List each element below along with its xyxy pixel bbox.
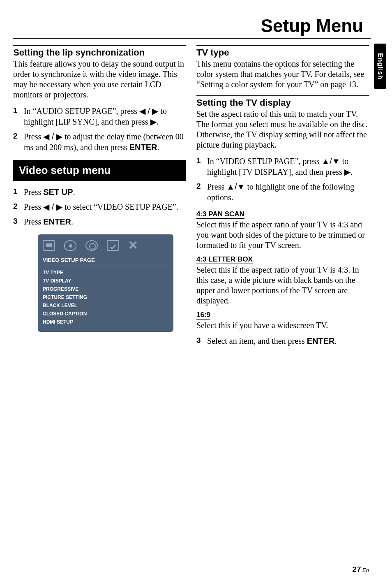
osd-menu-item: HDMI SETUP — [43, 318, 168, 326]
step-number: 2 — [196, 181, 201, 192]
title-rule — [13, 38, 371, 39]
general-tab-icon — [43, 240, 55, 251]
list-item: 1 In “VIDEO SETUP PAGE”, press ▲/▼ to hi… — [196, 156, 369, 177]
step-number: 1 — [196, 156, 201, 166]
key-label: SET UP — [43, 188, 73, 197]
osd-icon-row: ✕ — [43, 238, 168, 252]
arrow-up-down-icon: ▲/▼ — [322, 157, 340, 166]
option-text: Select this if you have a widescreen TV. — [196, 320, 369, 331]
osd-menu-screenshot: ✕ VIDEO SETUP PAGE TV TYPE TV DISPLAY PR… — [38, 234, 173, 332]
osd-menu-item: TV DISPLAY — [43, 277, 168, 285]
osd-menu-item: CLOSED CAPTION — [43, 310, 168, 318]
text: . — [71, 217, 73, 226]
page-number-value: 27 — [352, 565, 361, 574]
preference-tab-icon — [107, 240, 119, 251]
close-icon: ✕ — [128, 238, 138, 252]
osd-menu-item: TV TYPE — [43, 269, 168, 277]
text: . — [157, 117, 159, 126]
text: Press — [24, 132, 43, 141]
osd-menu-item: PROGRESSIVE — [43, 285, 168, 293]
heading-tv-type: TV type — [196, 45, 369, 58]
block-header-video-setup: Video setup menu — [13, 160, 186, 181]
list-item: 2 Press ▲/▼ to highlight one of the foll… — [196, 181, 369, 203]
list-item: 2 Press ◀ / ▶ to select “VIDEO SETUP PAG… — [13, 201, 186, 212]
arrow-left-right-icon: ◀ / ▶ — [43, 132, 62, 141]
language-tab: English — [374, 44, 386, 89]
text: to select “VIDEO SETUP PAGE”. — [62, 202, 178, 211]
body-tv-type: This menu contains the options for selec… — [196, 59, 369, 90]
text: . — [73, 188, 75, 197]
page-title: Setup Menu — [261, 16, 363, 36]
text: In “AUDIO SETUP PAGE”, press — [24, 106, 139, 116]
arrow-right-icon: ▶ — [150, 117, 157, 126]
list-item: 3 Press ENTER. — [13, 216, 186, 227]
page-number-suffix: En — [361, 567, 369, 573]
steps-tv-display: 1 In “VIDEO SETUP PAGE”, press ▲/▼ to hi… — [196, 156, 369, 203]
list-item: 2 Press ◀ / ▶ to adjust the delay time (… — [13, 131, 186, 153]
text: Press — [207, 182, 226, 191]
audio-tab-icon — [64, 240, 76, 251]
step-number: 2 — [13, 201, 18, 212]
option-text: Select this if the aspect ratio of your … — [196, 220, 369, 250]
text: Select an item, and then press — [207, 336, 307, 345]
step-number: 1 — [13, 106, 18, 116]
option-block: 4:3 PAN SCAN Select this if the aspect r… — [196, 210, 369, 250]
steps-lip-sync: 1 In “AUDIO SETUP PAGE”, press ◀ / ▶ to … — [13, 106, 186, 153]
option-text: Select this if the aspect ratio of your … — [196, 265, 369, 306]
text: . — [335, 336, 337, 345]
heading-lip-sync: Setting the lip synchronization — [13, 45, 186, 58]
key-label: ENTER — [307, 336, 335, 345]
list-item: 3 Select an item, and then press ENTER. — [196, 336, 369, 346]
option-block: 4:3 LETTER BOX Select this if the aspect… — [196, 255, 369, 306]
right-column: TV type This menu contains the options f… — [196, 45, 369, 354]
list-item: 1 In “AUDIO SETUP PAGE”, press ◀ / ▶ to … — [13, 106, 186, 127]
text: . — [157, 143, 159, 152]
heading-tv-display: Setting the TV display — [196, 95, 369, 108]
steps-tv-display-cont: 3 Select an item, and then press ENTER. — [196, 336, 369, 346]
video-tab-icon — [85, 240, 98, 251]
text: . — [350, 167, 353, 176]
page-number: 27 En — [352, 565, 369, 574]
key-label: ENTER — [43, 217, 71, 226]
option-block: 16:9 Select this if you have a widescree… — [196, 311, 369, 331]
steps-video-setup: 1 Press SET UP. 2 Press ◀ / ▶ to select … — [13, 187, 186, 227]
arrow-up-down-icon: ▲/▼ — [226, 182, 245, 191]
osd-page-title: VIDEO SETUP PAGE — [43, 255, 168, 266]
step-number: 1 — [13, 187, 18, 197]
arrow-left-right-icon: ◀ / ▶ — [43, 202, 62, 211]
osd-menu-list: TV TYPE TV DISPLAY PROGRESSIVE PICTURE S… — [43, 266, 168, 326]
text: Press — [24, 202, 43, 211]
osd-menu-item: PICTURE SETTING — [43, 293, 168, 301]
step-number: 3 — [196, 336, 201, 346]
text: Press — [24, 188, 43, 197]
body-lip-sync: This feature allows you to delay the sou… — [13, 59, 186, 100]
option-name: 4:3 PAN SCAN — [196, 210, 244, 219]
arrow-right-icon: ▶ — [344, 167, 350, 176]
arrow-left-right-icon: ◀ / ▶ — [139, 106, 159, 116]
osd-menu-item: BLACK LEVEL — [43, 301, 168, 310]
option-name: 4:3 LETTER BOX — [196, 255, 253, 264]
option-name: 16:9 — [196, 311, 210, 319]
text: Press — [24, 217, 43, 226]
text: In “VIDEO SETUP PAGE”, press — [207, 157, 322, 166]
key-label: ENTER — [129, 143, 157, 152]
step-number: 2 — [13, 131, 18, 141]
body-tv-display: Set the aspect ratio of this unit to mat… — [196, 109, 369, 150]
list-item: 1 Press SET UP. — [13, 187, 186, 197]
left-column: Setting the lip synchronization This fea… — [13, 45, 186, 332]
step-number: 3 — [13, 216, 18, 227]
